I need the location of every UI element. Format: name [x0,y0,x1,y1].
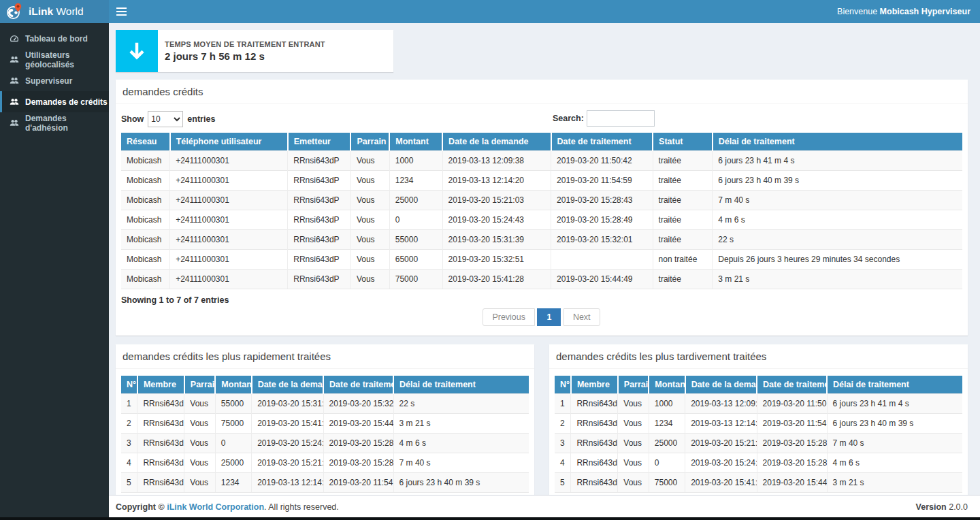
table-cell: 2019-03-20 15:44:49 [757,473,827,493]
table-cell: RRnsi643dP [288,210,351,230]
users-icon [10,76,19,86]
table-row: Mobicash+24111000301RRnsi643dPVous250002… [121,191,962,210]
column-header[interactable]: N° [121,376,137,394]
table-cell: Vous [618,394,649,414]
column-header[interactable]: Date de la demande [252,376,323,394]
column-header[interactable]: Parrain [184,376,216,394]
table-cell: 2019-03-20 15:41:28 [685,473,757,493]
column-header[interactable]: Parrain [618,376,649,394]
show-label: Show [121,114,144,124]
table-cell: 2019-03-20 15:28:49 [757,453,827,473]
next-page-button[interactable]: Next [564,308,600,326]
table-cell: 22 s [393,394,529,414]
column-header[interactable]: Membre [137,376,184,394]
table-cell: traitée [653,230,713,250]
column-header[interactable]: Date de traitement [757,376,827,394]
table-cell: 2019-03-13 12:09:38 [685,394,757,414]
sidebar-item-label: Demandes de crédits [25,97,108,107]
entries-select[interactable]: 10 [148,111,183,127]
column-header[interactable]: Parrain [350,133,389,151]
search-input[interactable] [587,110,655,127]
sidebar-item-utilisateurs-geolocalises[interactable]: Utilisateurs géolocalisés [0,49,109,70]
fastest-credits-panel: demandes crédits les plus rapidement tra… [116,344,534,495]
table-row: 2RRnsi643dPVous12342019-03-13 12:14:2020… [555,414,962,434]
table-cell: RRnsi643dP [571,434,618,453]
table-cell: 5 [555,473,571,493]
table-cell: 22 s [713,230,962,250]
table-cell: 1234 [215,473,251,493]
table-cell: Vous [618,453,649,473]
column-header[interactable]: Date de la demande [442,133,551,151]
sidebar-toggle-button[interactable] [109,0,133,23]
table-cell: Mobicash [121,270,170,289]
column-header[interactable]: N° [555,376,571,394]
column-header[interactable]: Membre [571,376,618,394]
table-cell: 1000 [389,151,442,171]
table-cell: 6 jours 23 h 40 m 39 s [393,473,529,493]
column-header[interactable]: Date de traitement [323,376,393,394]
column-header[interactable]: Téléphone utilisateur [170,133,288,151]
column-header[interactable]: Délai de traitement [713,133,962,151]
sidebar-item-label: Superviseur [25,76,72,86]
table-row: Mobicash+24111000301RRnsi643dPVous02019-… [121,210,962,230]
app-logo[interactable]: iLink World [0,0,109,23]
table-cell: 1234 [649,414,685,434]
column-header[interactable]: Date de traitement [551,133,653,151]
column-header[interactable]: Réseau [121,133,170,151]
table-cell: 3 [555,434,571,453]
sidebar-item-superviseur[interactable]: Superviseur [0,70,109,91]
screen-bottom-edge [0,517,980,520]
table-cell: Mobicash [121,210,170,230]
column-header[interactable]: Date de la demande [685,376,757,394]
table-cell: 2019-03-20 15:21:03 [252,453,323,473]
table-cell: 3 m 21 s [827,473,962,493]
previous-page-button[interactable]: Previous [483,308,535,326]
column-header[interactable]: Délai de traitement [827,376,962,394]
sidebar-item-demandes-d-adhesion[interactable]: Demandes d'adhésion [0,112,109,133]
table-cell: 25000 [649,434,685,453]
table-cell: Vous [350,151,389,171]
table-cell: 2019-03-13 12:14:20 [685,414,757,434]
table-cell: 2 [121,414,137,434]
table-cell: 2019-03-20 15:31:39 [252,394,323,414]
table-cell: RRnsi643dP [137,434,184,453]
table-cell: non traitée [653,250,713,270]
column-header[interactable]: Statut [653,133,713,151]
table-cell: +24111000301 [170,191,288,210]
table-cell: 5 [121,473,137,493]
table-cell: 0 [649,453,685,473]
sidebar-item-tableau-de-bord[interactable]: Tableau de bord [0,28,109,49]
table-cell: 7 m 40 s [713,191,962,210]
table-cell: 2019-03-20 15:24:43 [252,434,323,453]
company-link[interactable]: iLink World Corporation [167,502,264,512]
table-row: 2RRnsi643dPVous750002019-03-20 15:41:282… [121,414,529,434]
table-cell: +24111000301 [170,250,288,270]
table-cell: 4 m 6 s [713,210,962,230]
column-header[interactable]: Emetteur [288,133,351,151]
table-row: 4RRnsi643dPVous250002019-03-20 15:21:032… [121,453,529,473]
table-row: Mobicash+24111000301RRnsi643dPVous650002… [121,250,962,270]
table-cell: Vous [618,414,649,434]
column-header[interactable]: Délai de traitement [393,376,529,394]
table-cell: RRnsi643dP [288,230,351,250]
column-header[interactable]: Montant [649,376,685,394]
table-cell: 65000 [389,250,442,270]
column-header[interactable]: Montant [215,376,251,394]
table-cell: 1234 [389,171,442,191]
table-cell: 4 [555,453,571,473]
table-cell: 2019-03-20 11:50:42 [757,394,827,414]
sidebar-item-demandes-de-credits[interactable]: Demandes de crédits [0,91,109,112]
table-cell: 2019-03-20 15:32:01 [323,394,393,414]
table-cell: Mobicash [121,250,170,270]
table-cell: 2019-03-20 15:31:39 [442,230,551,250]
table-cell: Depuis 26 jours 3 heures 29 minutes 34 s… [713,250,962,270]
table-cell: Vous [184,453,216,473]
page-1-button[interactable]: 1 [537,308,561,326]
panel-title: demandes crédits les plus rapidement tra… [116,344,534,369]
table-cell: 6 jours 23 h 40 m 39 s [827,414,962,434]
table-row: 3RRnsi643dPVous02019-03-20 15:24:432019-… [121,434,529,453]
slowest-credits-table: N°MembreParrainMontantDate de la demande… [555,376,962,493]
globe-pin-icon [5,3,23,20]
table-cell: 25000 [389,191,442,210]
column-header[interactable]: Montant [389,133,442,151]
